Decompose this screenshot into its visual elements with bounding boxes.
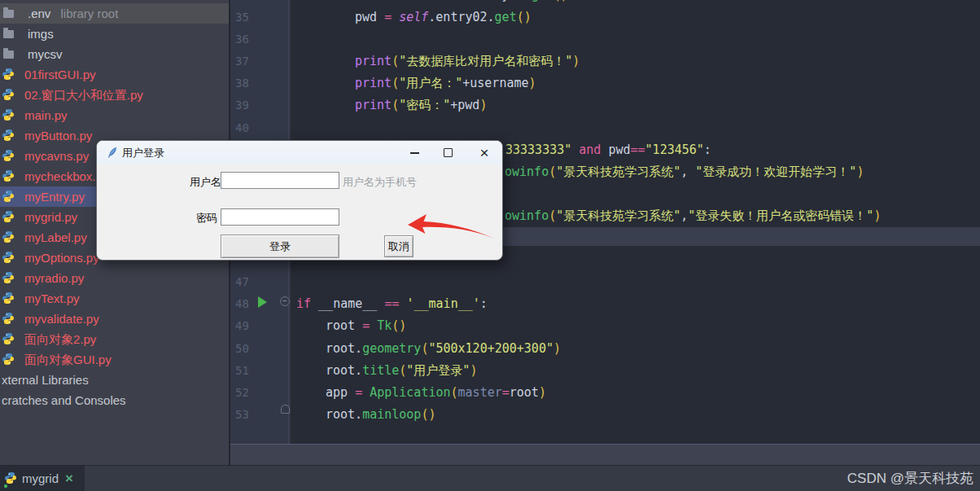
tree-item-label: mycsv — [28, 44, 63, 64]
tree-item-cratches-and-consoles[interactable]: cratches and Consoles — [0, 390, 229, 410]
code-line-49[interactable]: root = Tk() — [326, 315, 406, 337]
tree-item-label: mycavns.py — [24, 146, 89, 166]
code-line-37[interactable]: print("去数据库比对用户名和密码！") — [355, 50, 580, 72]
code-line-38[interactable]: print("用户名："+username) — [355, 72, 536, 94]
code-line-44[interactable]: owinfo("景天科技苑学习系统","登录失败！用户名或密码错误！") — [505, 205, 881, 227]
code-line-41[interactable]: 33333333" and pwd=="123456": — [505, 139, 711, 161]
tree-item--gui-py[interactable]: 面向对象GUI.py — [0, 349, 229, 370]
python-icon — [2, 312, 15, 325]
maximize-icon[interactable] — [444, 148, 453, 157]
bottom-tab-strip: mygrid × CSDN @景天科技苑 — [0, 465, 980, 491]
python-icon — [2, 353, 15, 366]
tree-item-xternal-libraries[interactable]: xternal Libraries — [0, 370, 229, 390]
tree-item-02-py[interactable]: 02.窗口大小和位置.py — [0, 85, 229, 105]
username-hint: 用户名为手机号 — [343, 175, 417, 190]
tree-item-label: myvalidate.py — [24, 309, 99, 329]
tree-item-label: mygrid.py — [24, 207, 77, 227]
close-icon[interactable]: × — [477, 142, 492, 164]
tree-item-label: 02.窗口大小和位置.py — [24, 85, 143, 105]
run-icon[interactable] — [258, 296, 267, 308]
username-input[interactable] — [221, 172, 339, 189]
tree-item-mycsv[interactable]: mycsv — [0, 44, 229, 64]
tree-item--2-py[interactable]: 面向对象2.py — [0, 329, 229, 349]
code-line-34[interactable]: username = self.entry01.get() — [355, 0, 568, 7]
code-line-51[interactable]: root.title("用户登录") — [326, 360, 477, 382]
tree-item-suffix: library root — [57, 7, 118, 20]
fold-end-icon[interactable] — [281, 405, 290, 414]
watermark: CSDN @景天科技苑 — [847, 469, 973, 488]
code-line-42[interactable]: owinfo("景天科技苑学习系统", "登录成功！欢迎开始学习！") — [505, 161, 864, 183]
code-line-52[interactable]: app = Application(master=root) — [326, 382, 546, 404]
python-icon — [2, 149, 15, 162]
python-icon — [2, 332, 15, 345]
python-icon — [2, 271, 15, 284]
tree-item-label: imgs — [28, 24, 54, 44]
tree-item-label: .env library root — [28, 3, 118, 24]
code-line-53[interactable]: root.mainloop() — [326, 404, 435, 426]
python-icon — [2, 210, 15, 223]
tree-item-label: 面向对象2.py — [24, 329, 96, 349]
python-icon — [2, 251, 15, 264]
folder-icon — [3, 50, 14, 59]
tree-item-label: myEntry.py — [24, 186, 85, 207]
tree-item-label: myText.py — [24, 288, 80, 309]
python-icon — [4, 471, 17, 484]
minimize-icon[interactable] — [410, 152, 419, 154]
editor-bottom-band — [230, 445, 980, 465]
code-line-35[interactable]: pwd = self.entry02.get() — [355, 7, 532, 28]
tree-item-label: myLabel.py — [24, 227, 87, 248]
run-status-dot — [3, 484, 8, 489]
tree-item-myradio-py[interactable]: myradio.py — [0, 268, 229, 288]
tk-feather-icon — [106, 146, 119, 160]
username-label: 用户名 — [190, 175, 221, 190]
tree-item-01firstgui-py[interactable]: 01firstGUI.py — [0, 64, 229, 85]
python-icon — [2, 292, 15, 305]
tree-item-imgs[interactable]: imgs — [0, 24, 229, 44]
password-input[interactable] — [221, 208, 339, 226]
python-icon — [2, 190, 15, 203]
red-annotation-arrow — [403, 210, 501, 247]
tree-item-label: myButton.py — [24, 125, 92, 146]
python-icon — [2, 230, 15, 243]
tab-label: mygrid — [22, 466, 59, 491]
code-line-39[interactable]: print("密码："+pwd) — [355, 94, 487, 116]
python-icon — [2, 129, 15, 142]
tree-item--env[interactable]: .env library root — [0, 3, 229, 24]
dialog-title: 用户登录 — [122, 141, 164, 164]
dialog-titlebar[interactable]: 用户登录 × — [97, 141, 502, 164]
tree-item-mytext-py[interactable]: myText.py — [0, 288, 229, 309]
tree-item-label: 01firstGUI.py — [24, 64, 96, 85]
tree-item-label: main.py — [24, 105, 68, 125]
tree-item-label: xternal Libraries — [2, 370, 89, 390]
python-icon — [2, 169, 15, 182]
fold-collapse-icon[interactable]: − — [280, 296, 290, 306]
tree-item-label: cratches and Consoles — [2, 390, 126, 410]
code-line-48[interactable]: if __name__ == '__main__': — [296, 293, 488, 315]
tree-item-label: myOptions.py — [24, 248, 99, 268]
tab-close-icon[interactable]: × — [65, 466, 73, 491]
folder-icon — [3, 10, 14, 18]
python-icon — [2, 108, 15, 121]
python-icon — [2, 68, 15, 81]
tree-item-label: myradio.py — [24, 268, 84, 288]
code-line-50[interactable]: root.geometry("500x120+200+300") — [326, 338, 561, 360]
password-label: 密码 — [196, 211, 217, 226]
folder-icon — [3, 30, 14, 38]
tree-item-myvalidate-py[interactable]: myvalidate.py — [0, 309, 229, 329]
tree-item-main-py[interactable]: main.py — [0, 105, 229, 125]
pycharm-window: 35363738394047484950515253 username = se… — [0, 0, 980, 491]
python-icon — [2, 88, 15, 101]
login-button[interactable]: 登录 — [221, 235, 339, 258]
tree-item-label: 面向对象GUI.py — [24, 349, 112, 370]
run-tab-mygrid[interactable]: mygrid × — [0, 466, 85, 491]
